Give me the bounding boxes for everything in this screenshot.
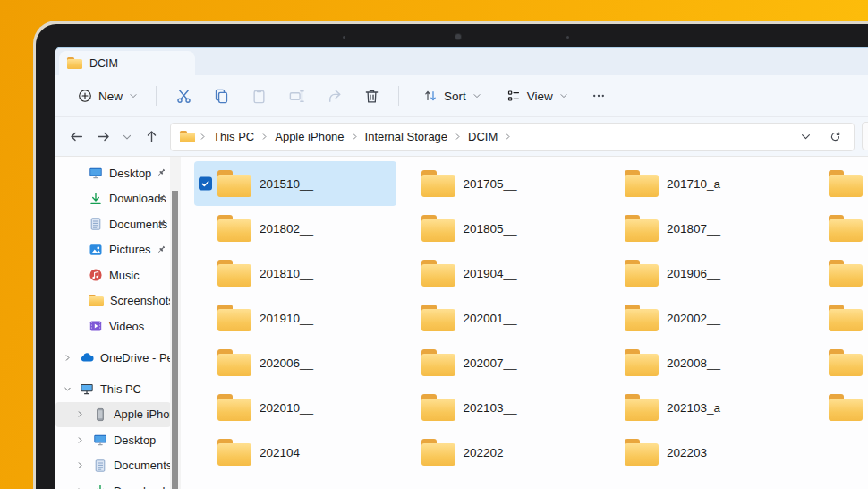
download-icon [93,484,107,489]
chevron-down-icon[interactable] [64,385,72,393]
folder-name: 202002__ [667,312,720,325]
chevron-right-icon [260,133,268,141]
folder-tile-201910[interactable]: 201910__ [194,296,396,340]
breadcrumb-item-this-pc[interactable]: This PC [210,130,257,143]
folder-icon [625,215,659,242]
document-icon [89,217,103,231]
toolbar-divider [156,86,157,106]
cut-button[interactable] [165,80,202,112]
folder-tile-202010[interactable]: 202010__ [194,385,396,430]
laptop-lid-edge: DCIM New Sort [33,21,868,489]
folder-tile-201802[interactable]: 201802__ [194,206,396,251]
folder-tile-201710-a[interactable]: 201710_a [601,161,804,206]
folder-tile-partial[interactable] [805,296,868,340]
folder-tile-201705[interactable]: 201705__ [398,161,600,206]
rename-button[interactable] [277,80,315,112]
sidebar-item-this-pc[interactable]: This PC [55,376,171,402]
new-button[interactable]: New [68,80,148,112]
sidebar-item-screenshots[interactable]: Screenshots [55,288,171,314]
sidebar-item-pictures[interactable]: Pictures [55,237,171,263]
chevron-right-icon[interactable] [76,410,84,418]
folder-tile-202002[interactable]: 202002__ [601,296,804,340]
more-icon [591,89,606,103]
folder-name: 202103_a [667,401,720,415]
download-icon [89,192,103,206]
sidebar-item-desktop[interactable]: Desktop [55,427,171,453]
chevron-right-icon[interactable] [76,461,84,469]
folder-tile-202103-a[interactable]: 202103_a [601,385,804,430]
more-options-button[interactable] [581,80,617,112]
chevron-right-icon[interactable] [76,436,84,444]
sort-button[interactable]: Sort [414,80,490,112]
folder-tile-202203[interactable]: 202203__ [601,430,804,475]
folder-icon [829,215,863,242]
delete-button[interactable] [353,80,390,112]
toolbar-icon-group [165,80,390,112]
chevron-right-icon[interactable] [64,354,72,362]
toolbar-divider [398,86,399,106]
folder-tile-partial[interactable] [805,340,868,385]
folder-tile-partial[interactable] [805,385,868,430]
sort-button-label: Sort [444,90,466,103]
folder-tile-202001[interactable]: 202001__ [398,296,600,340]
sidebar-item-downloads[interactable]: Downloads [55,478,171,489]
sidebar-item-apple-iphone[interactable]: Apple iPhone [55,402,171,428]
breadcrumb-item-internal-storage[interactable]: Internal Storage [362,130,451,143]
sidebar-item-documents[interactable]: Documents [55,211,171,237]
folder-icon [829,170,863,197]
selected-checkbox[interactable] [199,177,212,191]
forward-button[interactable] [89,123,116,151]
folder-tile-201807[interactable]: 201807__ [601,206,804,251]
address-dropdown-button[interactable] [800,123,812,151]
sidebar-scrollbar[interactable] [172,191,178,489]
folder-tile-202104[interactable]: 202104__ [194,430,396,475]
folder-name: 202202__ [464,446,517,459]
webcam-icon [455,34,461,39]
folder-icon [829,394,863,421]
folder-name: 201510__ [260,177,313,191]
refresh-button[interactable] [830,123,841,151]
folder-tile-201805[interactable]: 201805__ [398,206,600,251]
sidebar-item-label: OneDrive - Perso [100,351,171,365]
folder-name: 201705__ [464,177,517,191]
view-button[interactable]: View [498,80,577,112]
sidebar-item-label: This PC [100,382,141,396]
copy-button[interactable] [202,80,240,112]
folder-tile-201906[interactable]: 201906__ [601,251,804,296]
sidebar-item-label: Music [109,269,140,282]
folder-tile-202008[interactable]: 202008__ [601,340,804,385]
back-button[interactable] [63,123,89,151]
promo-background: DCIM New Sort [0,0,868,489]
laptop-bezel: DCIM New Sort [36,24,868,489]
folder-tile-202007[interactable]: 202007__ [398,340,600,385]
thispc-icon [80,382,94,396]
folder-tile-201810[interactable]: 201810__ [194,251,396,296]
folder-tile-partial[interactable] [805,206,868,251]
sidebar-item-desktop[interactable]: Desktop [55,160,171,186]
folder-name: 201807__ [667,222,720,236]
sidebar-item-videos[interactable]: Videos [55,313,171,339]
sidebar-item-downloads[interactable]: Downloads [55,186,171,212]
breadcrumb-item-dcim[interactable]: DCIM [465,130,500,143]
folder-tile-partial[interactable] [805,161,868,206]
view-button-label: View [527,90,553,103]
folder-tile-202103[interactable]: 202103__ [398,385,600,430]
tab-dcim[interactable]: DCIM [59,51,195,75]
folder-tile-202006[interactable]: 202006__ [194,340,396,385]
folder-tile-partial[interactable] [805,251,868,296]
recent-locations-button[interactable] [116,123,138,151]
address-bar[interactable]: This PCApple iPhoneInternal StorageDCIM [170,123,855,151]
up-button[interactable] [138,123,165,151]
breadcrumb-item-apple-iphone[interactable]: Apple iPhone [272,130,346,143]
sidebar-item-documents[interactable]: Documents [55,453,171,479]
search-box[interactable] [862,122,868,150]
folder-tile-202202[interactable]: 202202__ [398,430,600,475]
sidebar-item-onedrive-perso[interactable]: OneDrive - Perso [55,346,171,372]
folder-tile-201510[interactable]: 201510__ [194,161,396,206]
sidebar-scrollbar-track [170,157,181,489]
paste-button[interactable] [240,80,277,112]
sidebar-item-music[interactable]: Music [55,262,171,288]
share-button[interactable] [315,80,353,112]
folder-tile-201904[interactable]: 201904__ [398,251,600,296]
chevron-down-icon [559,91,568,100]
